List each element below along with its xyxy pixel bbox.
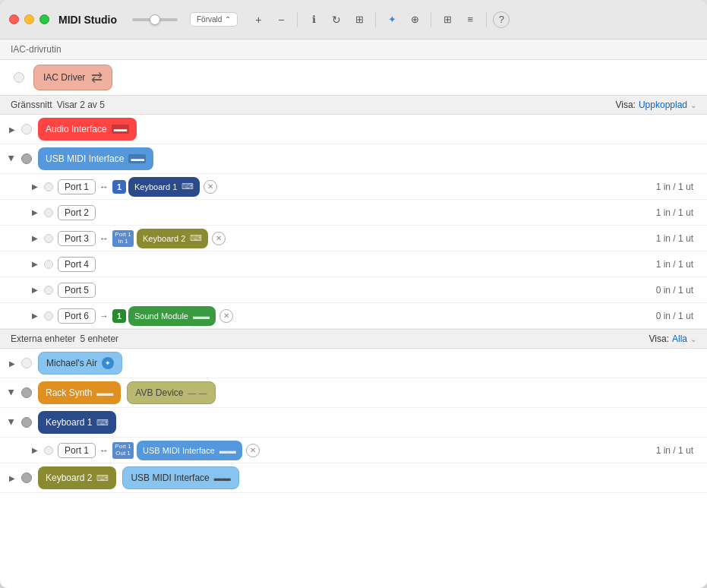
audio-circle [21,124,32,134]
port1-badge: 1 [112,180,126,194]
ext-keyboard1-chip[interactable]: Keyboard 1 ⌨ [38,411,116,434]
iac-midi-icon: ⇄ [91,69,103,86]
ext-keyboard2-usb-chip[interactable]: USB MIDI Interface ▬▬ [122,466,238,489]
info-button[interactable]: ℹ [304,10,324,30]
rack-synth-circle [21,387,32,398]
ext-port1-arrow-icon: ↔ [99,445,109,456]
audio-interface-chip[interactable]: Audio Interface ▬▬ [38,118,137,141]
help-button[interactable]: ? [493,11,510,28]
interface-subheader: Gränssnitt Visar 2 av 5 Visa: Uppkopplad… [0,96,707,115]
main-window: MIDI Studio Förvald ⌃ + − ℹ ↻ ⊞ ✦ ⊕ [0,0,707,588]
port6-expand-button[interactable]: ▶ [29,310,41,322]
port4-circle [44,260,53,269]
remove-button[interactable]: − [271,10,291,30]
preset-selector[interactable]: Förvald ⌃ [190,12,238,27]
ext-keyboard2-icon: ⌨ [96,473,109,483]
ext-port1-stat: 1 in / 1 ut [656,445,701,456]
piano-button[interactable]: ⊞ [349,10,369,30]
interface-show-selector[interactable]: Visa: Uppkopplad ⌄ [615,100,696,110]
rack-synth-expand-button[interactable]: ▶ [6,387,18,399]
port3-remove-button[interactable]: ✕ [212,232,226,245]
external-show-label: Visa: [649,334,669,344]
globe-button[interactable]: ⊕ [405,10,425,30]
ext-keyboard2-expand-button[interactable]: ▶ [6,472,18,484]
ext-keyboard1-row: ▶ Keyboard 1 ⌨ [0,408,707,438]
ext-usb-midi-chip[interactable]: USB MIDI Interface ▬▬ [137,441,242,460]
keyboard1-chip[interactable]: Keyboard 1 ⌨ [128,177,200,197]
port2-row: ▶ Port 2 1 in / 1 ut [0,200,707,226]
keyboard2-chip[interactable]: Keyboard 2 ⌨ [137,229,208,248]
bluetooth-button[interactable]: ✦ [382,10,402,30]
ext-port1-remove-button[interactable]: ✕ [246,444,260,457]
ext-keyboard1-expand-button[interactable]: ▶ [6,416,18,428]
usb-midi-interface-chip[interactable]: USB MIDI Interface ▬▬ [38,147,153,170]
rack-synth-chip[interactable]: Rack Synth ▬▬ [38,381,121,404]
bluetooth-icon: ✦ [102,357,114,369]
close-button[interactable] [9,14,19,24]
michaels-air-expand-button[interactable]: ▶ [6,357,18,369]
port1-row: ▶ Port 1 ↔ 1 Keyboard 1 ⌨ ✕ 1 in / 1 ut [0,174,707,200]
port1-remove-button[interactable]: ✕ [204,180,217,194]
port3-stat: 1 in / 1 ut [656,233,701,244]
iac-driver-chip[interactable]: IAC Driver ⇄ [33,65,112,90]
port2-expand-button[interactable]: ▶ [29,207,41,219]
maximize-button[interactable] [39,14,49,24]
port1-stat: 1 in / 1 ut [656,182,701,192]
port1-circle [44,182,53,191]
grid-view-button[interactable]: ⊞ [437,10,457,30]
external-chevron-icon: ⌄ [690,335,696,343]
rack-synth-row: ▶ Rack Synth ▬▬ AVB Device — — [0,378,707,408]
port6-circle [44,311,53,321]
main-content: IAC-drivrutin IAC Driver ⇄ Gränssnitt Vi… [0,40,707,588]
audio-midi-icon: ▬▬ [112,125,129,134]
iac-section-label: IAC-drivrutin [0,40,707,60]
iac-driver-label: IAC Driver [43,72,85,83]
port1-expand-button[interactable]: ▶ [29,181,41,193]
port2-circle [44,208,53,217]
interface-showing: Visar 2 av 5 [57,100,105,110]
interface-label: Gränssnitt [11,100,52,110]
minimize-button[interactable] [24,14,34,24]
audio-expand-button[interactable]: ▶ [6,123,18,135]
sync-button[interactable]: ↻ [327,10,346,30]
add-button[interactable]: + [248,10,268,30]
michaels-air-chip[interactable]: Michael's Air ✦ [38,352,122,375]
interface-show-label: Visa: [615,100,635,110]
titlebar: MIDI Studio Förvald ⌃ + − ℹ ↻ ⊞ ✦ ⊕ [0,0,707,40]
chevron-down-icon: ⌃ [225,15,231,24]
external-show-selector[interactable]: Visa: Alla ⌄ [649,334,696,344]
ext-port1-badge: Port 1Out 1 [112,442,134,459]
ext-keyboard1-icon: ⌨ [96,418,109,428]
michaels-air-label: Michael's Air [46,358,97,368]
external-show-value[interactable]: Alla [672,334,687,344]
port3-row: ▶ Port 3 ↔ Port 1In 1 Keyboard 2 ⌨ ✕ 1 i… [0,226,707,251]
port4-expand-button[interactable]: ▶ [29,258,41,270]
port5-label: Port 5 [58,283,96,298]
michaels-air-row: ▶ Michael's Air ✦ [0,349,707,378]
ext-keyboard2-circle [21,473,32,483]
ext-keyboard2-chip[interactable]: Keyboard 2 ⌨ [38,466,116,489]
port5-expand-button[interactable]: ▶ [29,284,41,296]
toolbar-separator-1 [297,12,298,27]
port3-arrow-icon: ↔ [99,233,109,244]
ext-keyboard2-label: Keyboard 2 [46,473,92,483]
interface-show-value[interactable]: Uppkopplad [639,100,687,110]
sound-module-chip[interactable]: Sound Module ▬▬ [128,306,216,326]
toolbar: Förvald ⌃ + − ℹ ↻ ⊞ ✦ ⊕ ⊞ ≡ ? [132,10,698,30]
list-view-button[interactable]: ≡ [460,10,480,30]
port6-remove-button[interactable]: ✕ [219,309,233,323]
port4-label: Port 4 [58,257,96,272]
usb-midi-label: USB MIDI Interface [46,153,124,164]
ext-usb-midi-icon: ▬▬ [219,446,236,455]
port4-stat: 1 in / 1 ut [656,259,701,270]
slider-track [132,18,178,21]
port6-label: Port 6 [58,308,96,324]
port3-expand-button[interactable]: ▶ [29,232,41,245]
avb-device-chip[interactable]: AVB Device — — [127,381,215,404]
external-label: Externa enheter [11,334,75,344]
usb-expand-button[interactable]: ▶ [6,153,18,165]
interface-chevron-icon: ⌄ [690,101,696,109]
iac-driver-row: IAC Driver ⇄ [0,60,707,95]
zoom-slider[interactable] [132,18,178,21]
ext-port1-expand-button[interactable]: ▶ [29,444,41,457]
